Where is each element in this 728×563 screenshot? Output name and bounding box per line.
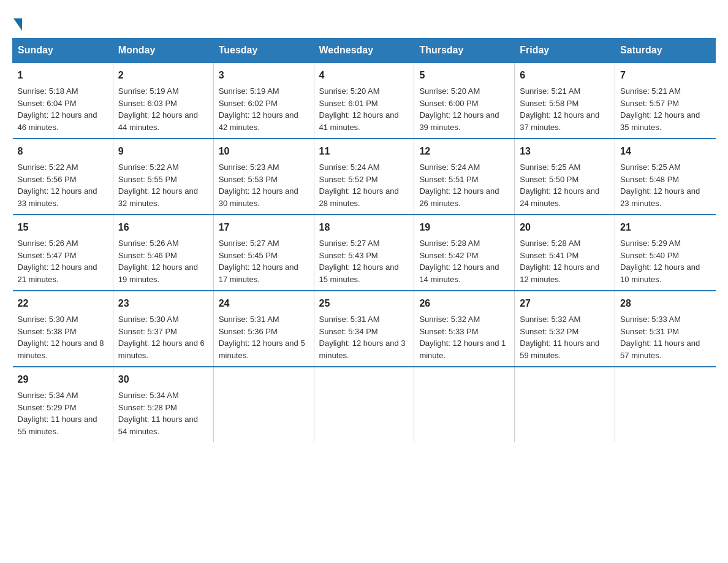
calendar-header-tuesday: Tuesday bbox=[213, 39, 314, 63]
sunrise-text: Sunrise: 5:21 AM bbox=[620, 86, 681, 96]
calendar-cell-day-28: 28Sunrise: 5:33 AMSunset: 5:31 PMDayligh… bbox=[615, 291, 716, 367]
daylight-text: Daylight: 12 hours and 5 minutes. bbox=[219, 339, 305, 360]
calendar-week-row: 22Sunrise: 5:30 AMSunset: 5:38 PMDayligh… bbox=[13, 291, 716, 367]
daylight-text: Daylight: 12 hours and 14 minutes. bbox=[419, 262, 499, 284]
sunset-text: Sunset: 5:52 PM bbox=[319, 175, 378, 184]
calendar-cell-day-17: 17Sunrise: 5:27 AMSunset: 5:45 PMDayligh… bbox=[213, 215, 314, 291]
day-number: 24 bbox=[219, 296, 309, 311]
sunset-text: Sunset: 5:58 PM bbox=[520, 99, 578, 108]
day-number: 4 bbox=[319, 68, 409, 83]
calendar-cell-day-23: 23Sunrise: 5:30 AMSunset: 5:37 PMDayligh… bbox=[113, 291, 213, 367]
calendar-header-friday: Friday bbox=[515, 39, 615, 63]
page-header bbox=[12, 12, 716, 32]
sunrise-text: Sunrise: 5:26 AM bbox=[18, 239, 78, 248]
sunset-text: Sunset: 5:31 PM bbox=[620, 327, 679, 336]
sunrise-text: Sunrise: 5:33 AM bbox=[620, 315, 681, 324]
calendar-cell-day-6: 6Sunrise: 5:21 AMSunset: 5:58 PMDaylight… bbox=[515, 63, 615, 139]
sunrise-text: Sunrise: 5:34 AM bbox=[118, 391, 179, 400]
day-number: 19 bbox=[419, 220, 509, 235]
calendar-cell-day-25: 25Sunrise: 5:31 AMSunset: 5:34 PMDayligh… bbox=[314, 291, 414, 367]
day-number: 3 bbox=[219, 68, 309, 83]
day-number: 12 bbox=[419, 144, 509, 159]
daylight-text: Daylight: 12 hours and 37 minutes. bbox=[520, 110, 599, 132]
sunrise-text: Sunrise: 5:24 AM bbox=[319, 163, 380, 172]
day-number: 18 bbox=[319, 220, 409, 235]
sunrise-text: Sunrise: 5:31 AM bbox=[319, 315, 380, 324]
daylight-text: Daylight: 12 hours and 30 minutes. bbox=[219, 186, 298, 208]
daylight-text: Daylight: 12 hours and 23 minutes. bbox=[620, 186, 700, 208]
calendar-header-thursday: Thursday bbox=[414, 39, 515, 63]
sunset-text: Sunset: 5:41 PM bbox=[520, 251, 578, 260]
calendar-cell-day-16: 16Sunrise: 5:26 AMSunset: 5:46 PMDayligh… bbox=[113, 215, 213, 291]
empty-cell bbox=[314, 367, 414, 442]
day-number: 1 bbox=[18, 68, 108, 83]
day-number: 25 bbox=[319, 296, 409, 311]
sunset-text: Sunset: 5:47 PM bbox=[18, 251, 77, 260]
sunset-text: Sunset: 5:38 PM bbox=[18, 327, 77, 336]
calendar-week-row: 8Sunrise: 5:22 AMSunset: 5:56 PMDaylight… bbox=[13, 139, 716, 215]
daylight-text: Daylight: 12 hours and 44 minutes. bbox=[118, 110, 198, 132]
calendar-cell-day-22: 22Sunrise: 5:30 AMSunset: 5:38 PMDayligh… bbox=[13, 291, 113, 367]
day-number: 17 bbox=[219, 220, 309, 235]
day-number: 26 bbox=[419, 296, 509, 311]
day-number: 5 bbox=[419, 68, 509, 83]
sunset-text: Sunset: 6:04 PM bbox=[18, 99, 77, 108]
empty-cell bbox=[414, 367, 515, 442]
calendar-cell-day-12: 12Sunrise: 5:24 AMSunset: 5:51 PMDayligh… bbox=[414, 139, 515, 215]
sunset-text: Sunset: 6:02 PM bbox=[219, 99, 278, 108]
sunset-text: Sunset: 5:32 PM bbox=[520, 327, 578, 336]
calendar-cell-day-15: 15Sunrise: 5:26 AMSunset: 5:47 PMDayligh… bbox=[13, 215, 113, 291]
daylight-text: Daylight: 12 hours and 24 minutes. bbox=[520, 186, 599, 208]
sunrise-text: Sunrise: 5:32 AM bbox=[520, 315, 580, 324]
calendar-cell-day-7: 7Sunrise: 5:21 AMSunset: 5:57 PMDaylight… bbox=[615, 63, 716, 139]
sunrise-text: Sunrise: 5:18 AM bbox=[18, 86, 78, 96]
sunset-text: Sunset: 5:33 PM bbox=[419, 327, 478, 336]
daylight-text: Daylight: 12 hours and 10 minutes. bbox=[620, 262, 700, 284]
logo bbox=[12, 12, 23, 32]
sunset-text: Sunset: 5:28 PM bbox=[118, 403, 177, 412]
sunset-text: Sunset: 5:40 PM bbox=[620, 251, 679, 260]
day-number: 21 bbox=[620, 220, 710, 235]
empty-cell bbox=[615, 367, 716, 442]
calendar-cell-day-24: 24Sunrise: 5:31 AMSunset: 5:36 PMDayligh… bbox=[213, 291, 314, 367]
sunrise-text: Sunrise: 5:20 AM bbox=[419, 86, 480, 96]
calendar-header-sunday: Sunday bbox=[13, 39, 113, 63]
sunrise-text: Sunrise: 5:23 AM bbox=[219, 163, 279, 172]
calendar-cell-day-26: 26Sunrise: 5:32 AMSunset: 5:33 PMDayligh… bbox=[414, 291, 515, 367]
sunrise-text: Sunrise: 5:30 AM bbox=[18, 315, 78, 324]
sunrise-text: Sunrise: 5:19 AM bbox=[118, 86, 179, 96]
daylight-text: Daylight: 12 hours and 26 minutes. bbox=[419, 186, 499, 208]
sunset-text: Sunset: 6:00 PM bbox=[419, 99, 478, 108]
sunset-text: Sunset: 5:55 PM bbox=[118, 175, 177, 184]
sunrise-text: Sunrise: 5:25 AM bbox=[620, 163, 681, 172]
sunset-text: Sunset: 5:53 PM bbox=[219, 175, 278, 184]
day-number: 15 bbox=[18, 220, 108, 235]
calendar-cell-day-3: 3Sunrise: 5:19 AMSunset: 6:02 PMDaylight… bbox=[213, 63, 314, 139]
daylight-text: Daylight: 12 hours and 35 minutes. bbox=[620, 110, 700, 132]
sunset-text: Sunset: 5:56 PM bbox=[18, 175, 77, 184]
calendar-cell-day-20: 20Sunrise: 5:28 AMSunset: 5:41 PMDayligh… bbox=[515, 215, 615, 291]
calendar-cell-day-8: 8Sunrise: 5:22 AMSunset: 5:56 PMDaylight… bbox=[13, 139, 113, 215]
calendar-cell-day-30: 30Sunrise: 5:34 AMSunset: 5:28 PMDayligh… bbox=[113, 367, 213, 442]
daylight-text: Daylight: 12 hours and 46 minutes. bbox=[18, 110, 97, 132]
calendar-cell-day-19: 19Sunrise: 5:28 AMSunset: 5:42 PMDayligh… bbox=[414, 215, 515, 291]
day-number: 8 bbox=[18, 144, 108, 159]
day-number: 16 bbox=[118, 220, 208, 235]
sunrise-text: Sunrise: 5:20 AM bbox=[319, 86, 380, 96]
daylight-text: Daylight: 11 hours and 54 minutes. bbox=[118, 415, 198, 436]
calendar-header-monday: Monday bbox=[113, 39, 213, 63]
sunset-text: Sunset: 5:42 PM bbox=[419, 251, 478, 260]
calendar-table: SundayMondayTuesdayWednesdayThursdayFrid… bbox=[12, 38, 716, 442]
calendar-cell-day-4: 4Sunrise: 5:20 AMSunset: 6:01 PMDaylight… bbox=[314, 63, 414, 139]
daylight-text: Daylight: 12 hours and 33 minutes. bbox=[18, 186, 97, 208]
sunset-text: Sunset: 5:34 PM bbox=[319, 327, 378, 336]
calendar-cell-day-10: 10Sunrise: 5:23 AMSunset: 5:53 PMDayligh… bbox=[213, 139, 314, 215]
sunrise-text: Sunrise: 5:22 AM bbox=[118, 163, 179, 172]
day-number: 10 bbox=[219, 144, 309, 159]
sunset-text: Sunset: 5:50 PM bbox=[520, 175, 578, 184]
calendar-cell-day-11: 11Sunrise: 5:24 AMSunset: 5:52 PMDayligh… bbox=[314, 139, 414, 215]
daylight-text: Daylight: 11 hours and 59 minutes. bbox=[520, 339, 599, 360]
day-number: 14 bbox=[620, 144, 710, 159]
empty-cell bbox=[515, 367, 615, 442]
day-number: 29 bbox=[18, 372, 108, 387]
